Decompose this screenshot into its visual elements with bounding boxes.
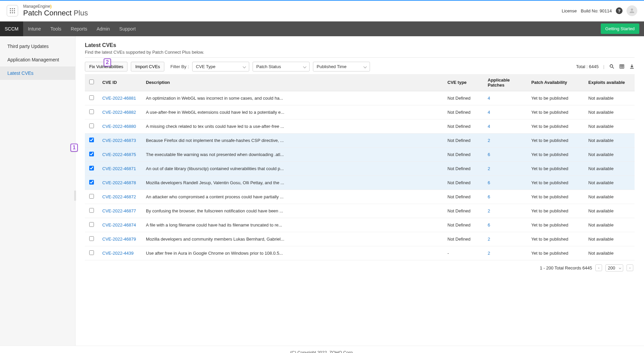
exploits-available: Not available (584, 91, 635, 105)
col-cve-id[interactable]: CVE ID (98, 74, 142, 91)
row-checkbox[interactable] (89, 123, 94, 128)
row-checkbox[interactable] (89, 236, 94, 241)
patch-status-select[interactable]: Patch Status (253, 62, 310, 71)
cve-description: A use-after-free in WebGL extensions cou… (142, 105, 443, 119)
page-size-select[interactable]: 200 (605, 264, 623, 271)
patches-link[interactable]: 2 (488, 166, 490, 171)
patch-availability: Yet to be published (527, 105, 584, 119)
patches-link[interactable]: 6 (488, 194, 490, 199)
getting-started-button[interactable]: Getting Started (601, 23, 639, 34)
sidebar-item-third-party-updates[interactable]: Third party Updates (0, 40, 75, 53)
svg-line-10 (612, 67, 614, 68)
footer: (C) Copyright 2022, ZOHO Corp. (0, 346, 644, 353)
row-checkbox[interactable] (89, 152, 94, 156)
row-checkbox[interactable] (89, 95, 94, 100)
exploits-available: Not available (584, 218, 635, 232)
row-checkbox[interactable] (89, 222, 94, 227)
import-cves-button[interactable]: Import CVEs (131, 62, 164, 71)
patches-link[interactable]: 2 (488, 138, 490, 143)
brand-main-label: Patch Connect (23, 9, 71, 17)
cve-id-link[interactable]: CVE-2022-46872 (102, 194, 136, 199)
cve-description: Mozilla developers and community members… (142, 232, 443, 246)
patches-link[interactable]: 4 (488, 124, 490, 129)
nav-sccm[interactable]: SCCM (0, 21, 23, 36)
patch-availability: Yet to be published (527, 204, 584, 218)
patches-link[interactable]: 2 (488, 251, 490, 256)
cve-id-link[interactable]: CVE-2022-4439 (102, 251, 133, 256)
cve-type: Not Defined (443, 190, 484, 204)
patch-availability: Yet to be published (527, 161, 584, 175)
patches-link[interactable]: 6 (488, 152, 490, 157)
published-time-select[interactable]: Published Time (313, 62, 370, 71)
table-row: CVE-2022-46875The executable file warnin… (85, 147, 635, 161)
pager-summary: 1 - 200 Total Records 6445 (540, 265, 592, 270)
cve-id-link[interactable]: CVE-2022-46880 (102, 124, 136, 129)
patches-link[interactable]: 6 (488, 180, 490, 185)
next-page-button[interactable]: › (627, 264, 633, 271)
row-checkbox[interactable] (89, 208, 94, 213)
build-number: Build No: 90114 (581, 8, 612, 13)
cve-id-link[interactable]: CVE-2022-46873 (102, 138, 136, 143)
user-avatar[interactable] (627, 5, 637, 16)
svg-point-0 (10, 8, 11, 9)
chevron-down-icon (243, 65, 246, 68)
patches-link[interactable]: 2 (488, 237, 490, 242)
cve-id-link[interactable]: CVE-2022-46875 (102, 152, 136, 157)
svg-rect-11 (620, 65, 624, 68)
row-checkbox[interactable] (89, 138, 94, 142)
col-exploits[interactable]: Exploits available (584, 74, 635, 91)
nav-support[interactable]: Support (115, 21, 141, 36)
prev-page-button[interactable]: ‹ (595, 264, 602, 271)
table-row: CVE-2022-46878Mozilla developers Randell… (85, 175, 635, 190)
cve-id-link[interactable]: CVE-2022-46871 (102, 166, 136, 171)
nav-tools[interactable]: Tools (46, 21, 66, 36)
license-link[interactable]: License (562, 8, 577, 13)
svg-point-5 (14, 10, 15, 11)
patches-link[interactable]: 2 (488, 208, 490, 213)
export-icon[interactable] (629, 64, 635, 69)
cve-type-select[interactable]: CVE Type (192, 62, 249, 71)
patch-availability: Yet to be published (527, 218, 584, 232)
nav-reports[interactable]: Reports (66, 21, 92, 36)
cve-description: Use after free in Aura in Google Chrome … (142, 246, 443, 260)
patches-link[interactable]: 4 (488, 96, 490, 101)
row-checkbox[interactable] (89, 250, 94, 255)
svg-point-2 (14, 8, 15, 9)
col-applicable-patches[interactable]: Applicable Patches (484, 74, 527, 91)
exploits-available: Not available (584, 190, 635, 204)
cve-id-link[interactable]: CVE-2022-46879 (102, 237, 136, 242)
sidebar-item-latest-cves[interactable]: Latest CVEs (0, 66, 75, 80)
help-icon[interactable]: ? (616, 7, 623, 14)
cve-id-link[interactable]: CVE-2022-46874 (102, 222, 136, 228)
cve-id-link[interactable]: CVE-2022-46881 (102, 96, 136, 101)
cve-type: Not Defined (443, 161, 484, 175)
brand-suffix-label: Plus (71, 9, 88, 17)
nav-intune[interactable]: Intune (23, 21, 46, 36)
columns-icon[interactable] (619, 64, 625, 69)
cve-id-link[interactable]: CVE-2022-46878 (102, 180, 136, 185)
col-cve-type[interactable]: CVE type (443, 74, 484, 91)
search-icon[interactable] (609, 64, 614, 69)
row-checkbox[interactable] (89, 166, 94, 170)
col-patch-availability[interactable]: Patch Availability (527, 74, 584, 91)
col-description[interactable]: Description (142, 74, 443, 91)
exploits-available: Not available (584, 175, 635, 190)
patches-link[interactable]: 4 (488, 110, 490, 115)
svg-point-1 (12, 8, 13, 9)
exploits-available: Not available (584, 119, 635, 133)
cve-id-link[interactable]: CVE-2022-46882 (102, 110, 136, 115)
svg-point-8 (14, 12, 15, 13)
sidebar-item-application-management[interactable]: Application Management (0, 53, 75, 66)
row-checkbox[interactable] (89, 109, 94, 114)
row-checkbox[interactable] (89, 180, 94, 185)
nav-admin[interactable]: Admin (92, 21, 115, 36)
apps-grid-icon[interactable] (7, 5, 18, 16)
cve-type: - (443, 246, 484, 260)
row-checkbox[interactable] (89, 194, 94, 199)
exploits-available: Not available (584, 204, 635, 218)
patches-link[interactable]: 6 (488, 222, 490, 228)
exploits-available: Not available (584, 147, 635, 161)
svg-point-3 (10, 10, 11, 11)
select-all-checkbox[interactable] (89, 80, 94, 84)
cve-id-link[interactable]: CVE-2022-46877 (102, 208, 136, 213)
